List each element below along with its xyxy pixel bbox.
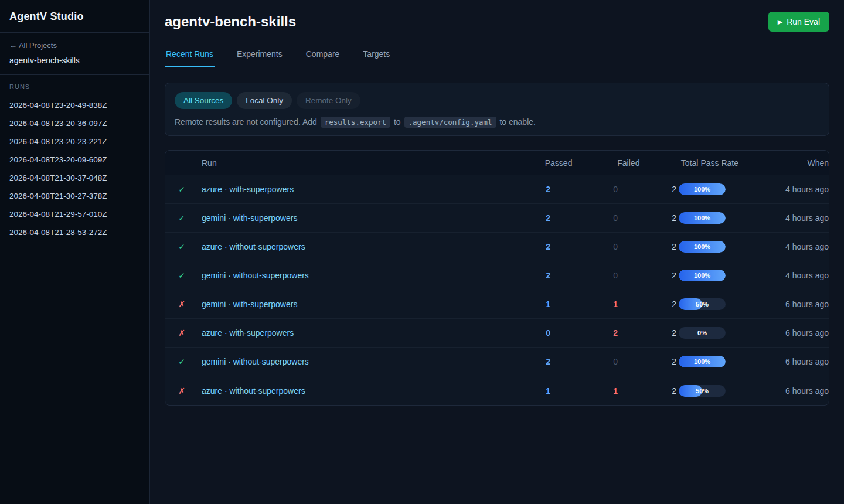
status-icon: ✗ [165, 299, 198, 309]
sidebar-run-item[interactable]: 2026-04-08T21-30-37-048Z [0, 169, 149, 187]
sidebar-run-item[interactable]: 2026-04-08T23-20-23-221Z [0, 132, 149, 151]
when-cell: 6 hours ago [783, 386, 829, 396]
total-cell: 2 [618, 271, 676, 280]
page-title: agentv-bench-skills [165, 13, 296, 30]
failed-cell: 1 [550, 386, 618, 396]
sidebar-header: AgentV Studio [0, 0, 149, 33]
filter-pill-local-only[interactable]: Local Only [237, 92, 292, 109]
pass-rate-label: 100% [679, 241, 726, 253]
status-icon: ✗ [165, 386, 198, 396]
runs-section: RUNS 2026-04-08T23-20-49-838Z 2026-04-08… [0, 75, 149, 241]
sidebar-run-item[interactable]: 2026-04-08T23-20-49-838Z [0, 96, 149, 114]
col-failed: Failed [572, 158, 639, 168]
run-link[interactable]: gemini · without-superpowers [202, 271, 309, 280]
filter-pill-remote-only: Remote Only [297, 92, 360, 109]
table-row: ✗ azure · with-superpowers 0 2 2 0% 6 ho… [165, 319, 829, 348]
status-icon: ✓ [165, 185, 198, 194]
total-cell: 2 [618, 242, 676, 251]
remote-config-note: Remote results are not configured. Add r… [175, 117, 819, 127]
status-icon: ✓ [165, 357, 198, 366]
tabs: Recent Runs Experiments Compare Targets [165, 47, 829, 67]
pass-rate-label: 50% [679, 298, 726, 310]
pass-rate-label: 0% [679, 327, 726, 339]
total-cell: 2 [618, 185, 676, 194]
table-row: ✓ gemini · with-superpowers 2 0 2 100% 4… [165, 204, 829, 233]
filter-pill-all-sources[interactable]: All Sources [175, 92, 232, 109]
pass-rate-label: 100% [679, 183, 726, 195]
when-cell: 4 hours ago [783, 185, 829, 194]
sidebar-run-item[interactable]: 2026-04-08T23-20-36-097Z [0, 114, 149, 132]
status-icon: ✓ [165, 242, 198, 251]
sidebar-run-item[interactable]: 2026-04-08T23-20-09-609Z [0, 151, 149, 169]
total-cell: 2 [618, 213, 676, 223]
passed-cell: 0 [492, 328, 550, 338]
pass-rate-pill: 50% [679, 385, 726, 397]
sidebar-run-item[interactable]: 2026-04-08T21-29-57-010Z [0, 205, 149, 223]
pass-rate-pill: 100% [679, 356, 726, 367]
failed-cell: 1 [550, 299, 618, 309]
col-total: Total [639, 158, 698, 168]
tab-compare[interactable]: Compare [305, 47, 341, 67]
run-eval-button[interactable]: ▶ Run Eval [768, 12, 829, 32]
table-header-row: Run Passed Failed Total Pass Rate When [165, 151, 829, 175]
run-link[interactable]: azure · with-superpowers [202, 185, 294, 194]
run-link[interactable]: gemini · without-superpowers [202, 357, 309, 366]
sidebar: AgentV Studio ← All Projects agentv-benc… [0, 0, 150, 504]
table-row: ✓ gemini · without-superpowers 2 0 2 100… [165, 348, 829, 376]
pass-rate-pill: 100% [679, 212, 726, 224]
table-row: ✓ gemini · without-superpowers 2 0 2 100… [165, 261, 829, 290]
pass-rate-pill: 50% [679, 298, 726, 310]
passed-cell: 1 [492, 299, 550, 309]
pass-rate-label: 100% [679, 212, 726, 224]
when-cell: 4 hours ago [783, 271, 829, 280]
pass-rate-pill: 100% [679, 241, 726, 253]
project-name: agentv-bench-skills [9, 56, 140, 65]
table-row: ✗ azure · without-superpowers 1 1 2 50% … [165, 376, 829, 405]
runs-table: Run Passed Failed Total Pass Rate When ✓… [165, 150, 829, 406]
total-cell: 2 [618, 357, 676, 366]
col-when: When [805, 158, 829, 168]
total-cell: 2 [618, 386, 676, 396]
failed-cell: 0 [550, 357, 618, 366]
status-icon: ✓ [165, 213, 198, 223]
failed-cell: 2 [550, 328, 618, 338]
col-passed: Passed [513, 158, 572, 168]
when-cell: 6 hours ago [783, 357, 829, 366]
passed-cell: 2 [492, 242, 550, 251]
pass-rate-label: 100% [679, 356, 726, 367]
pass-rate-pill: 100% [679, 183, 726, 195]
failed-cell: 0 [550, 185, 618, 194]
runs-section-label: RUNS [0, 83, 149, 90]
runs-table-body: ✓ azure · with-superpowers 2 0 2 100% 4 … [165, 175, 829, 405]
run-link[interactable]: azure · without-superpowers [202, 386, 305, 396]
run-eval-label: Run Eval [787, 17, 820, 26]
when-cell: 6 hours ago [783, 328, 829, 338]
run-link[interactable]: azure · with-superpowers [202, 328, 294, 338]
main-content: agentv-bench-skills ▶ Run Eval Recent Ru… [150, 0, 844, 504]
passed-cell: 2 [492, 357, 550, 366]
code-config-yaml: .agentv/config.yaml [404, 117, 496, 128]
table-row: ✗ gemini · with-superpowers 1 1 2 50% 6 … [165, 290, 829, 319]
pass-rate-pill: 100% [679, 270, 726, 281]
pass-rate-pill: 0% [679, 327, 726, 339]
col-run: Run [198, 158, 513, 168]
tab-targets[interactable]: Targets [362, 47, 391, 67]
run-link[interactable]: azure · without-superpowers [202, 242, 305, 251]
tab-experiments[interactable]: Experiments [236, 47, 284, 67]
code-results-export: results.export [321, 117, 390, 128]
when-cell: 6 hours ago [783, 299, 829, 309]
all-projects-link[interactable]: ← All Projects [9, 41, 140, 50]
when-cell: 4 hours ago [783, 242, 829, 251]
tab-recent-runs[interactable]: Recent Runs [165, 47, 215, 67]
sidebar-run-item[interactable]: 2026-04-08T21-30-27-378Z [0, 187, 149, 205]
failed-cell: 0 [550, 271, 618, 280]
failed-cell: 0 [550, 213, 618, 223]
run-link[interactable]: gemini · with-superpowers [202, 213, 297, 223]
source-filter-pills: All Sources Local Only Remote Only [175, 92, 819, 109]
status-icon: ✓ [165, 271, 198, 280]
app-title: AgentV Studio [9, 11, 140, 23]
passed-cell: 2 [492, 213, 550, 223]
sidebar-run-item[interactable]: 2026-04-08T21-28-53-272Z [0, 223, 149, 241]
pass-rate-label: 100% [679, 270, 726, 281]
run-link[interactable]: gemini · with-superpowers [202, 299, 297, 309]
